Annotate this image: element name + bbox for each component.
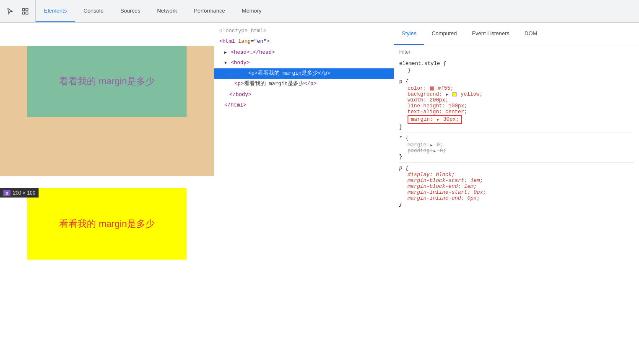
p-italic-margin-inline-start[interactable]: margin-inline-start: 0px; [399,190,634,195]
tab-elements[interactable]: Elements [36,0,75,22]
preview-yellow-box: 看看我的 margin是多少 [27,188,187,260]
tab-performance[interactable]: Performance [185,0,233,22]
subtab-event-listeners[interactable]: Event Listeners [464,23,517,45]
star-rule: * { margin:▶ 0; padding:▶ 0; } [399,135,634,163]
devtools-toolbar: Elements Console Sources Network Perform… [0,0,639,23]
html-line-head[interactable]: ▶ <head>…</head> [214,47,394,58]
p-rule-selector[interactable]: p { [399,79,634,85]
filter-bar [394,45,639,58]
css-content: element.style { } p { color: #f55; backg… [394,58,639,364]
preview-bottom: p 200 × 100 看看我的 margin是多少 [0,188,214,260]
green-box-label: 看看我的 margin是多少 [59,75,154,88]
p-italic-margin-block-start[interactable]: margin-block-start: 1em; [399,178,634,184]
preview-pane: 看看我的 margin是多少 p 200 × 100 看看我的 margin是多… [0,23,214,364]
subtab-styles[interactable]: Styles [394,23,424,45]
html-line-doctype: <!doctype html> [214,26,394,36]
p-italic-rule: p { display: block; margin-block-start: … [399,165,634,210]
tab-sources[interactable]: Sources [112,0,149,22]
p-rule-line-height[interactable]: line-height: 100px; [399,103,634,109]
p-rule-close: } [399,124,634,130]
p-rule-color[interactable]: color: #f55; [399,86,634,91]
preview-background: 看看我的 margin是多少 [0,46,214,176]
p-italic-selector[interactable]: p { [399,165,634,171]
p-italic-close: } [399,201,634,207]
svg-rect-0 [22,8,24,10]
p-rule-text-align[interactable]: text-align: center; [399,109,634,115]
tooltip-size: 200 × 100 [13,190,36,196]
preview-green-box: 看看我的 margin是多少 [27,46,187,117]
color-swatch[interactable] [430,86,434,91]
subtab-dom[interactable]: DOM [517,23,545,45]
svg-rect-1 [26,8,28,10]
svg-rect-3 [26,12,28,14]
html-line-p1-selected[interactable]: ... <p>看看我的 margin是多少</p> [214,68,394,79]
tooltip-tag: p [3,190,10,196]
element-style-selector[interactable]: element.style { [399,61,634,67]
element-style-rule: element.style { } [399,61,634,76]
p-rule: p { color: #f55; background: ▶ yellow; w… [399,79,634,133]
tab-console[interactable]: Console [75,0,112,22]
box-icon[interactable] [20,6,30,16]
p-italic-margin-inline-end[interactable]: margin-inline-end: 0px; [399,195,634,201]
star-rule-padding[interactable]: padding:▶ 0; [399,148,634,154]
html-panel: <!doctype html> <html lang="en"> ▶ <head… [214,23,394,364]
p-rule-background[interactable]: background: ▶ yellow; [399,91,634,97]
html-line-body-open[interactable]: ▼ <body> [214,58,394,68]
html-line-html: <html lang="en"> [214,36,394,47]
p-rule-width[interactable]: width: 200px; [399,97,634,103]
tab-network[interactable]: Network [149,0,186,22]
star-rule-selector[interactable]: * { [399,135,634,141]
styles-subtabs: Styles Computed Event Listeners DOM [394,23,639,45]
p-italic-display[interactable]: display: block; [399,172,634,178]
bg-swatch[interactable] [452,92,457,96]
html-line-html-close: </html> [214,100,394,111]
subtab-computed[interactable]: Computed [424,23,464,45]
element-style-close: } [399,68,634,73]
html-line-body-close: </body> [214,90,394,100]
toolbar-icons [0,0,36,22]
styles-panel: Styles Computed Event Listeners DOM elem… [394,23,639,364]
html-line-p2[interactable]: <p>看看我的 margin是多少</p> [214,79,394,89]
element-tooltip: p 200 × 100 [0,188,39,198]
star-rule-margin[interactable]: margin:▶ 0; [399,142,634,148]
p-rule-margin[interactable]: margin: ▶ 30px; [399,115,634,124]
filter-input[interactable] [399,49,634,55]
yellow-box-label: 看看我的 margin是多少 [59,218,154,230]
main-content: 看看我的 margin是多少 p 200 × 100 看看我的 margin是多… [0,23,639,364]
svg-rect-2 [22,12,24,14]
star-rule-close: } [399,154,634,160]
nav-tabs: Elements Console Sources Network Perform… [36,0,270,22]
tab-memory[interactable]: Memory [234,0,270,22]
p-italic-margin-block-end[interactable]: margin-block-end: 1em; [399,184,634,190]
cursor-icon[interactable] [5,6,15,16]
